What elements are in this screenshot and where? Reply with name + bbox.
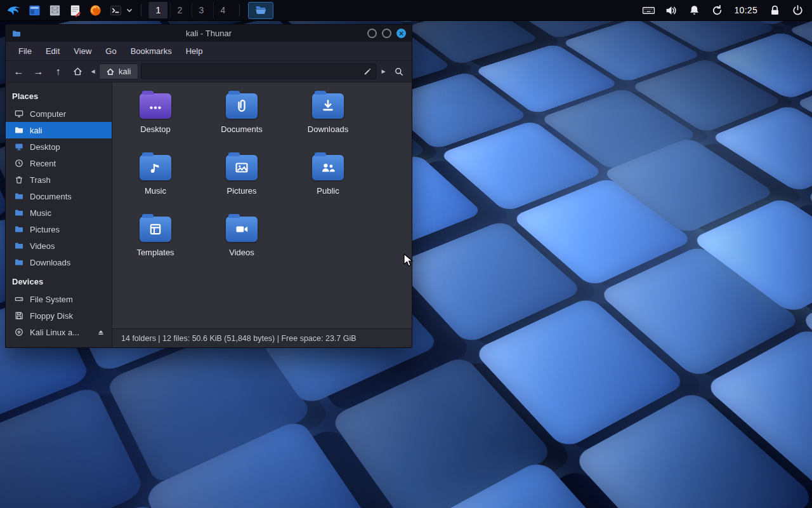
path-button-kali[interactable]: kali — [99, 64, 138, 79]
menu-edit[interactable]: Edit — [39, 44, 66, 58]
disc-icon — [14, 327, 24, 337]
notifications-button[interactable] — [684, 1, 704, 19]
sidebar-item-desktop[interactable]: Desktop — [6, 138, 112, 155]
download-emblem-icon — [320, 98, 336, 114]
sidebar-item-label: File System — [30, 295, 73, 304]
file-item-music[interactable]: Music — [112, 152, 199, 213]
file-item-pictures[interactable]: Pictures — [199, 152, 285, 213]
titlebar[interactable]: kali - Thunar × — [6, 25, 412, 42]
sidebar-item-videos[interactable]: Videos — [6, 237, 112, 254]
sidebar-item-downloads[interactable]: Downloads — [6, 254, 112, 271]
folder-icon — [226, 217, 258, 242]
logout-button[interactable] — [788, 1, 807, 19]
menu-view[interactable]: View — [67, 44, 98, 58]
eject-icon — [96, 328, 106, 337]
sidebar-item-music[interactable]: Music — [6, 204, 112, 221]
maximize-button[interactable] — [382, 29, 391, 38]
floppy-icon — [14, 311, 24, 321]
file-manager-launcher[interactable] — [46, 1, 63, 19]
folder-icon — [14, 257, 24, 267]
edit-path-button[interactable] — [359, 65, 376, 79]
folder-icon — [140, 93, 171, 119]
sidebar-item-pictures[interactable]: Pictures — [6, 221, 112, 237]
menubar: File Edit View Go Bookmarks Help — [6, 42, 412, 61]
window-launcher[interactable] — [25, 1, 43, 19]
lock-screen-button[interactable] — [765, 1, 784, 19]
statusbar: 14 folders | 12 files: 50.6 KiB (51,848 … — [112, 328, 412, 347]
window-title: kali - Thunar — [6, 29, 412, 38]
panel-separator — [141, 4, 141, 17]
keyboard-indicator[interactable] — [639, 1, 658, 19]
taskbar-thunar-button[interactable] — [248, 2, 273, 19]
sidebar-item-file-system[interactable]: File System — [6, 291, 112, 307]
sidebar-item-computer[interactable]: Computer — [6, 105, 112, 122]
path-scroll-right-button[interactable]: ▶ — [379, 64, 388, 79]
file-item-documents[interactable]: Documents — [199, 90, 285, 152]
clock-icon — [14, 158, 24, 168]
file-item-desktop[interactable]: Desktop — [112, 90, 199, 152]
terminal-dropdown-button[interactable] — [125, 1, 134, 19]
folder-icon — [312, 93, 344, 119]
video-emblem-icon — [233, 221, 250, 237]
workspace-2[interactable]: 2 — [170, 2, 189, 18]
sidebar-item-documents[interactable]: Documents — [6, 188, 112, 204]
panel-separator — [239, 4, 240, 17]
clock[interactable]: 10:25 — [730, 5, 761, 15]
menu-bookmarks[interactable]: Bookmarks — [124, 44, 178, 58]
home-small-icon — [106, 67, 115, 76]
keyboard-icon — [642, 4, 655, 17]
file-item-templates[interactable]: Templates — [112, 213, 199, 275]
location-bar[interactable] — [141, 64, 376, 79]
search-button[interactable] — [390, 63, 408, 80]
firefox-launcher[interactable] — [86, 1, 104, 19]
sidebar-item-floppy-disk[interactable]: Floppy Disk — [6, 307, 112, 324]
file-cabinet-icon — [48, 4, 62, 17]
up-button[interactable]: ↑ — [49, 63, 67, 80]
volume-button[interactable] — [662, 1, 681, 19]
people-emblem-icon — [320, 159, 336, 176]
paperclip-emblem-icon — [233, 98, 250, 114]
minimize-button[interactable] — [367, 29, 377, 38]
sidebar-item-trash[interactable]: Trash — [6, 171, 112, 188]
path-scroll-left-button[interactable]: ◀ — [88, 64, 98, 79]
terminal-icon — [109, 4, 122, 17]
sidebar-item-label: Videos — [30, 241, 55, 251]
file-item-downloads[interactable]: Downloads — [285, 90, 371, 152]
file-label: Templates — [136, 248, 174, 257]
kali-menu-button[interactable] — [5, 1, 23, 19]
home-button[interactable] — [69, 63, 87, 80]
workspace-3[interactable]: 3 — [192, 2, 211, 18]
folder-icon — [226, 155, 258, 180]
menu-go[interactable]: Go — [99, 44, 122, 58]
window-app-icon — [28, 4, 41, 17]
folder-icon — [140, 217, 171, 242]
file-grid: Desktop Documents Downloads — [112, 83, 412, 328]
lock-icon — [768, 4, 782, 17]
file-label: Music — [145, 186, 166, 196]
eject-button[interactable] — [95, 326, 107, 338]
menu-file[interactable]: File — [12, 44, 38, 58]
open-folder-icon — [254, 4, 267, 17]
file-item-public[interactable]: Public — [285, 152, 371, 213]
workspace-1[interactable]: 1 — [148, 2, 167, 18]
terminal-launcher[interactable] — [107, 1, 124, 19]
text-editor-launcher[interactable] — [66, 1, 84, 19]
volume-icon — [665, 4, 678, 17]
drive-icon — [14, 294, 24, 304]
updates-button[interactable] — [707, 1, 726, 19]
firefox-icon — [89, 4, 102, 17]
power-icon — [791, 4, 804, 17]
workspace-4[interactable]: 4 — [213, 2, 232, 18]
back-button[interactable]: ← — [10, 63, 28, 80]
forward-button[interactable]: → — [29, 63, 48, 80]
sidebar-item-recent[interactable]: Recent — [6, 155, 112, 171]
path-button-label: kali — [119, 67, 131, 76]
file-item-videos[interactable]: Videos — [199, 213, 285, 275]
top-panel: 1 2 3 4 10:25 — [0, 0, 812, 21]
close-button[interactable]: × — [396, 29, 406, 38]
sidebar-item-kali-linux-disc[interactable]: Kali Linux a... — [6, 324, 112, 340]
music-emblem-icon — [147, 159, 164, 176]
menu-help[interactable]: Help — [180, 44, 209, 58]
sidebar-item-label: kali — [30, 126, 43, 135]
sidebar-item-kali[interactable]: kali — [6, 122, 112, 138]
